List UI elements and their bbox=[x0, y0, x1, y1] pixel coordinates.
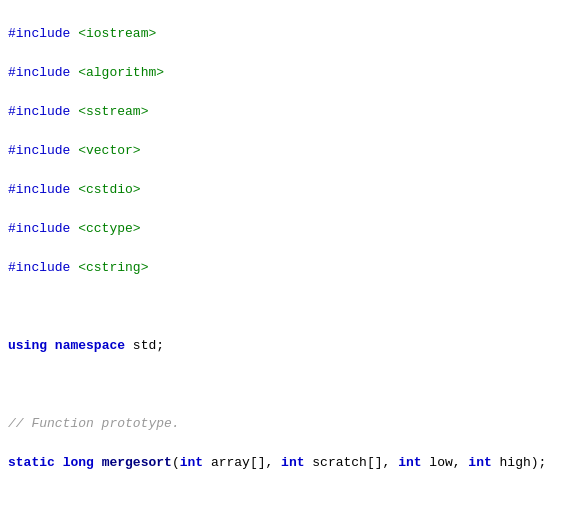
code-token: static bbox=[8, 455, 55, 470]
code-token: <vector> bbox=[78, 143, 140, 158]
code-token: <algorithm> bbox=[78, 65, 164, 80]
code-token: namespace bbox=[55, 338, 125, 353]
code-token: int bbox=[468, 455, 491, 470]
code-token: int bbox=[398, 455, 421, 470]
code-token: low, bbox=[422, 455, 469, 470]
code-token: scratch[], bbox=[305, 455, 399, 470]
code-token: <cstring> bbox=[78, 260, 148, 275]
code-token bbox=[94, 455, 102, 470]
code-line: #include <vector> bbox=[8, 141, 553, 161]
code-token: #include bbox=[8, 221, 78, 236]
code-token: // Function prototype. bbox=[8, 416, 180, 431]
code-line: #include <sstream> bbox=[8, 102, 553, 122]
code-token: mergesort bbox=[102, 455, 172, 470]
code-token: #include bbox=[8, 104, 78, 119]
code-token: array[], bbox=[203, 455, 281, 470]
code-token: <iostream> bbox=[78, 26, 156, 41]
code-line: static long mergesort(int array[], int s… bbox=[8, 453, 553, 473]
code-token: using bbox=[8, 338, 47, 353]
code-token: #include bbox=[8, 182, 78, 197]
code-token: #include bbox=[8, 260, 78, 275]
code-token: long bbox=[63, 455, 94, 470]
code-line: #include <iostream> bbox=[8, 24, 553, 44]
code-token bbox=[55, 455, 63, 470]
code-token: #include bbox=[8, 26, 78, 41]
code-editor: #include <iostream> #include <algorithm>… bbox=[0, 0, 561, 530]
code-token: #include bbox=[8, 143, 78, 158]
code-line bbox=[8, 375, 553, 395]
code-token bbox=[47, 338, 55, 353]
code-line: #include <algorithm> bbox=[8, 63, 553, 83]
code-token: ( bbox=[172, 455, 180, 470]
code-line: using namespace std; bbox=[8, 336, 553, 356]
code-line: #include <cstdio> bbox=[8, 180, 553, 200]
code-token: high); bbox=[492, 455, 547, 470]
code-token: int bbox=[281, 455, 304, 470]
code-token: <cctype> bbox=[78, 221, 140, 236]
code-token: std; bbox=[125, 338, 164, 353]
code-line: #include <cstring> bbox=[8, 258, 553, 278]
code-line: // Function prototype. bbox=[8, 414, 553, 434]
code-line: #include <cctype> bbox=[8, 219, 553, 239]
code-token: <cstdio> bbox=[78, 182, 140, 197]
code-token: <sstream> bbox=[78, 104, 148, 119]
code-line bbox=[8, 492, 553, 512]
code-token: #include bbox=[8, 65, 78, 80]
code-line bbox=[8, 297, 553, 317]
code-token: int bbox=[180, 455, 203, 470]
